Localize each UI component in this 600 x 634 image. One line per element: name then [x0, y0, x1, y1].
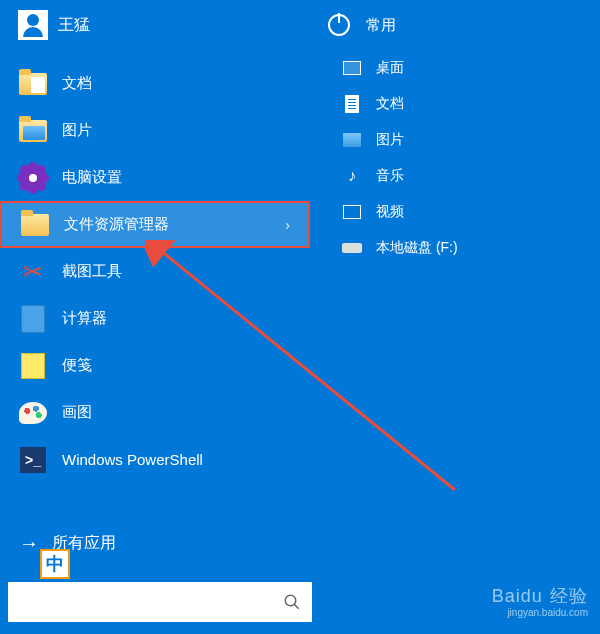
disk-icon — [342, 239, 362, 257]
user-account-row[interactable]: 王猛 — [0, 0, 310, 50]
paint-icon — [18, 398, 48, 428]
place-documents[interactable]: 文档 — [310, 86, 600, 122]
menu-label: Windows PowerShell — [62, 451, 203, 468]
username-label: 王猛 — [58, 15, 90, 36]
desktop-icon — [342, 59, 362, 77]
common-header-row: 常用 — [310, 0, 600, 50]
menu-item-paint[interactable]: 画图 — [0, 389, 310, 436]
watermark-url: jingyan.baidu.com — [492, 607, 588, 618]
user-avatar-icon — [18, 10, 48, 40]
menu-item-snipping-tool[interactable]: ✂ 截图工具 — [0, 248, 310, 295]
place-pictures[interactable]: 图片 — [310, 122, 600, 158]
menu-label: 电脑设置 — [62, 168, 122, 187]
place-label: 桌面 — [376, 59, 404, 77]
svg-line-1 — [294, 604, 299, 609]
pictures-folder-icon — [18, 116, 48, 146]
start-menu-left-panel: 王猛 文档 图片 电脑设置 文件资源管理器 › ✂ 截图工具 计算器 — [0, 0, 310, 634]
pinned-apps-list: 文档 图片 电脑设置 文件资源管理器 › ✂ 截图工具 计算器 便笺 — [0, 60, 310, 483]
svg-point-0 — [285, 595, 296, 606]
calculator-icon — [18, 304, 48, 334]
powershell-icon: >_ — [18, 445, 48, 475]
place-desktop[interactable]: 桌面 — [310, 50, 600, 86]
menu-label: 画图 — [62, 403, 92, 422]
search-bar[interactable] — [8, 582, 312, 622]
place-label: 音乐 — [376, 167, 404, 185]
menu-item-pictures[interactable]: 图片 — [0, 107, 310, 154]
menu-item-sticky-notes[interactable]: 便笺 — [0, 342, 310, 389]
menu-item-documents[interactable]: 文档 — [0, 60, 310, 107]
menu-label: 计算器 — [62, 309, 107, 328]
watermark: Baidu 经验 jingyan.baidu.com — [492, 583, 588, 618]
place-local-disk-f[interactable]: 本地磁盘 (F:) — [310, 230, 600, 266]
menu-item-file-explorer[interactable]: 文件资源管理器 › — [0, 201, 310, 248]
menu-label: 文档 — [62, 74, 92, 93]
search-icon[interactable] — [272, 582, 312, 622]
place-label: 图片 — [376, 131, 404, 149]
arrow-right-icon: → — [18, 532, 40, 554]
common-places-list: 桌面 文档 图片 ♪ 音乐 视频 本地磁盘 (F:) — [310, 50, 600, 266]
place-label: 文档 — [376, 95, 404, 113]
menu-label: 截图工具 — [62, 262, 122, 281]
picture-icon — [342, 131, 362, 149]
menu-item-powershell[interactable]: >_ Windows PowerShell — [0, 436, 310, 483]
settings-gear-icon — [18, 163, 48, 193]
sticky-notes-icon — [18, 351, 48, 381]
power-icon[interactable] — [328, 14, 350, 36]
menu-label: 图片 — [62, 121, 92, 140]
menu-item-pc-settings[interactable]: 电脑设置 — [0, 154, 310, 201]
menu-label: 文件资源管理器 — [64, 215, 169, 234]
watermark-suffix: 经验 — [550, 586, 588, 606]
place-label: 视频 — [376, 203, 404, 221]
place-label: 本地磁盘 (F:) — [376, 239, 458, 257]
watermark-brand: Baidu — [492, 586, 543, 606]
place-videos[interactable]: 视频 — [310, 194, 600, 230]
documents-folder-icon — [18, 69, 48, 99]
snipping-tool-icon: ✂ — [18, 257, 48, 287]
start-menu-right-panel: 常用 桌面 文档 图片 ♪ 音乐 视频 本地磁盘 (F:) — [310, 0, 600, 266]
common-section-label: 常用 — [366, 16, 396, 35]
video-icon — [342, 203, 362, 221]
music-icon: ♪ — [342, 167, 362, 185]
file-explorer-icon — [20, 210, 50, 240]
menu-label: 便笺 — [62, 356, 92, 375]
document-icon — [342, 95, 362, 113]
search-input[interactable] — [8, 582, 272, 622]
menu-item-calculator[interactable]: 计算器 — [0, 295, 310, 342]
place-music[interactable]: ♪ 音乐 — [310, 158, 600, 194]
ime-indicator-badge[interactable]: 中 — [40, 549, 70, 579]
chevron-right-icon: › — [285, 217, 290, 233]
